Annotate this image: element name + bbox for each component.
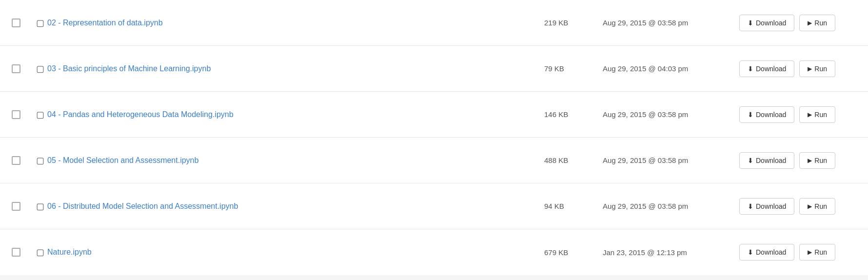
run-icon: ▶ [808, 157, 812, 164]
download-icon: ⬇ [748, 111, 753, 119]
download-icon: ⬇ [748, 65, 753, 73]
download-button[interactable]: ⬇ Download [739, 15, 794, 31]
actions-cell: ⬇ Download ▶ Run [739, 106, 856, 123]
file-date: Jan 23, 2015 @ 12:13 pm [603, 248, 739, 257]
download-label: Download [756, 19, 786, 27]
file-icon: ▢ [36, 18, 44, 28]
run-label: Run [814, 19, 827, 27]
download-icon: ⬇ [748, 157, 753, 164]
file-size: 488 KB [544, 156, 603, 164]
file-icon: ▢ [36, 63, 44, 74]
download-label: Download [756, 111, 786, 119]
run-button[interactable]: ▶ Run [799, 60, 835, 77]
table-row: ▢ 04 - Pandas and Heterogeneous Data Mod… [0, 92, 868, 138]
run-label: Run [814, 157, 827, 164]
file-name-cell: ▢ 05 - Model Selection and Assessment.ip… [36, 155, 544, 166]
download-button[interactable]: ⬇ Download [739, 198, 794, 215]
file-name-cell: ▢ 02 - Representation of data.ipynb [36, 18, 544, 28]
file-icon: ▢ [36, 109, 44, 120]
file-link[interactable]: 04 - Pandas and Heterogeneous Data Model… [47, 110, 234, 119]
download-icon: ⬇ [748, 19, 753, 27]
file-size: 679 KB [544, 248, 603, 257]
download-button[interactable]: ⬇ Download [739, 106, 794, 123]
row-checkbox[interactable] [12, 110, 20, 119]
file-size: 219 KB [544, 19, 603, 27]
run-icon: ▶ [808, 20, 812, 26]
file-date: Aug 29, 2015 @ 03:58 pm [603, 110, 739, 119]
file-size: 94 KB [544, 202, 603, 210]
file-name-cell: ▢ Nature.ipynb [36, 247, 544, 258]
file-date: Aug 29, 2015 @ 04:03 pm [603, 64, 739, 73]
table-row: ▢ 03 - Basic principles of Machine Learn… [0, 46, 868, 92]
file-date: Aug 29, 2015 @ 03:58 pm [603, 19, 739, 27]
file-size: 146 KB [544, 110, 603, 119]
file-name-cell: ▢ 04 - Pandas and Heterogeneous Data Mod… [36, 109, 544, 120]
run-icon: ▶ [808, 65, 812, 72]
row-checkbox[interactable] [12, 202, 20, 211]
table-row: ▢ 02 - Representation of data.ipynb 219 … [0, 0, 868, 46]
file-icon: ▢ [36, 155, 44, 166]
actions-cell: ⬇ Download ▶ Run [739, 152, 856, 169]
file-name-cell: ▢ 03 - Basic principles of Machine Learn… [36, 63, 544, 74]
run-icon: ▶ [808, 249, 812, 256]
download-icon: ⬇ [748, 248, 753, 256]
row-checkbox[interactable] [12, 248, 20, 257]
row-checkbox[interactable] [12, 19, 20, 27]
file-date: Aug 29, 2015 @ 03:58 pm [603, 202, 739, 210]
file-link[interactable]: Nature.ipynb [47, 248, 92, 257]
file-date: Aug 29, 2015 @ 03:58 pm [603, 156, 739, 164]
actions-cell: ⬇ Download ▶ Run [739, 198, 856, 215]
table-row: ▢ 06 - Distributed Model Selection and A… [0, 183, 868, 229]
file-link[interactable]: 02 - Representation of data.ipynb [47, 19, 163, 27]
run-button[interactable]: ▶ Run [799, 15, 835, 31]
checkbox-cell [12, 202, 36, 211]
row-checkbox[interactable] [12, 156, 20, 165]
actions-cell: ⬇ Download ▶ Run [739, 15, 856, 31]
checkbox-cell [12, 156, 36, 165]
download-button[interactable]: ⬇ Download [739, 244, 794, 260]
checkbox-cell [12, 19, 36, 27]
run-button[interactable]: ▶ Run [799, 106, 835, 123]
run-button[interactable]: ▶ Run [799, 198, 835, 215]
file-link[interactable]: 06 - Distributed Model Selection and Ass… [47, 202, 238, 211]
file-list: ▢ 02 - Representation of data.ipynb 219 … [0, 0, 868, 275]
run-label: Run [814, 65, 827, 73]
run-label: Run [814, 202, 827, 210]
file-size: 79 KB [544, 64, 603, 73]
download-icon: ⬇ [748, 202, 753, 210]
download-button[interactable]: ⬇ Download [739, 60, 794, 77]
file-name-cell: ▢ 06 - Distributed Model Selection and A… [36, 201, 544, 212]
download-label: Download [756, 248, 786, 256]
download-label: Download [756, 157, 786, 164]
table-row: ▢ Nature.ipynb 679 KB Jan 23, 2015 @ 12:… [0, 229, 868, 275]
run-icon: ▶ [808, 203, 812, 210]
actions-cell: ⬇ Download ▶ Run [739, 244, 856, 260]
run-label: Run [814, 248, 827, 256]
run-label: Run [814, 111, 827, 119]
file-icon: ▢ [36, 247, 44, 258]
run-button[interactable]: ▶ Run [799, 152, 835, 169]
download-label: Download [756, 65, 786, 73]
file-link[interactable]: 03 - Basic principles of Machine Learnin… [47, 64, 211, 73]
download-button[interactable]: ⬇ Download [739, 152, 794, 169]
actions-cell: ⬇ Download ▶ Run [739, 60, 856, 77]
file-link[interactable]: 05 - Model Selection and Assessment.ipyn… [47, 156, 198, 165]
checkbox-cell [12, 110, 36, 119]
table-row: ▢ 05 - Model Selection and Assessment.ip… [0, 138, 868, 183]
checkbox-cell [12, 248, 36, 257]
download-label: Download [756, 202, 786, 210]
run-button[interactable]: ▶ Run [799, 244, 835, 260]
run-icon: ▶ [808, 111, 812, 118]
row-checkbox[interactable] [12, 64, 20, 73]
file-icon: ▢ [36, 201, 44, 212]
checkbox-cell [12, 64, 36, 73]
